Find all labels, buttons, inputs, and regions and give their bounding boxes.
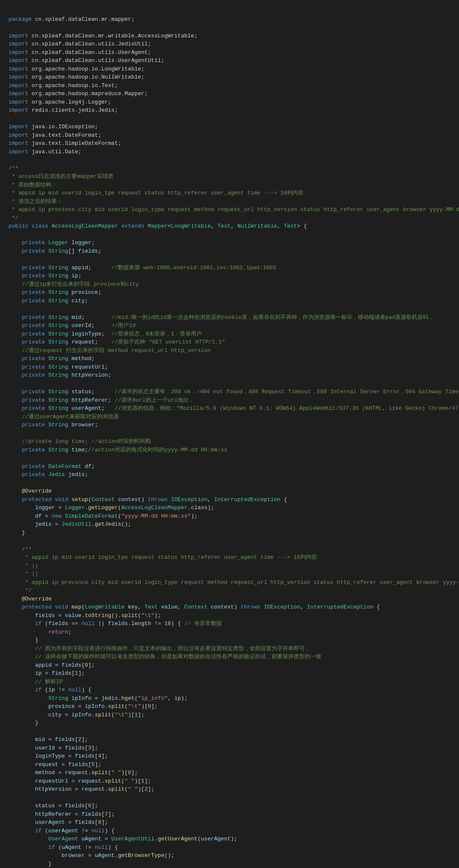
code-editor: package cn.xpleaf.dataClean.mr.mapper; i… (8, 7, 450, 868)
